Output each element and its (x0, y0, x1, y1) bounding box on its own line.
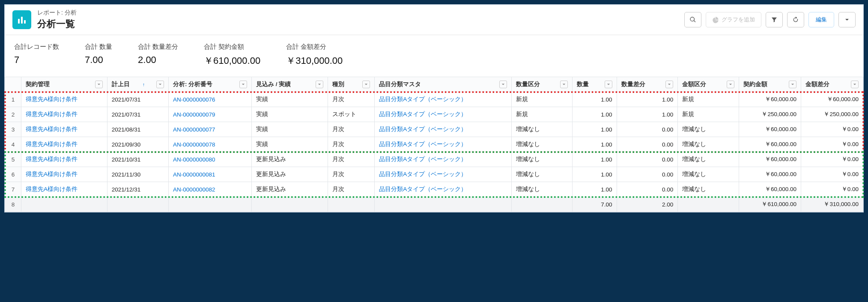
cell-forecast: 実績 (252, 122, 328, 137)
cell-date: 2021/11/30 (107, 167, 168, 182)
cell-amt-class: 新規 (678, 92, 739, 107)
contract-link[interactable]: 得意先A様向け条件 (26, 111, 78, 117)
report-icon (12, 10, 31, 29)
column-filter-button[interactable] (316, 81, 323, 88)
column-filter-button[interactable] (239, 81, 247, 88)
col-amt-class[interactable]: 金額区分 (678, 77, 739, 92)
row-number: 6 (5, 167, 21, 182)
item-master-link[interactable]: 品目分類Aタイプ（ベーシック） (379, 141, 467, 147)
cell-qty-diff: 1.00 (617, 107, 678, 122)
cell-contract: 得意先A様向け条件 (21, 122, 107, 137)
column-filter-button[interactable] (727, 81, 734, 88)
col-qty[interactable]: 数量 (573, 77, 617, 92)
item-master-link[interactable]: 品目分類Aタイプ（ベーシック） (379, 111, 467, 117)
col-amt-diff[interactable]: 金額差分 (801, 77, 863, 92)
cell-contract-amt: ￥60,000.00 (739, 92, 801, 107)
analysis-link[interactable]: AN-0000000080 (173, 156, 215, 163)
table-row: 2得意先A様向け条件2021/07/31AN-0000000079実績スポット品… (5, 107, 863, 122)
cell-amt-diff: ￥60,000.00 (801, 92, 863, 107)
col-label: 見込み / 実績 (256, 81, 291, 88)
table-row: 3得意先A様向け条件2021/08/31AN-0000000077実績月次品目分… (5, 122, 863, 137)
column-filter-button[interactable] (851, 81, 859, 88)
cell-amt-diff: ￥250,000.00 (801, 107, 863, 122)
cell-date: 2021/12/31 (107, 182, 168, 197)
metric-record-count: 合計レコード数 7 (14, 43, 59, 67)
more-button[interactable] (838, 12, 856, 27)
refresh-button[interactable] (787, 12, 804, 27)
analysis-link[interactable]: AN-0000000076 (173, 96, 215, 103)
contract-link[interactable]: 得意先A様向け条件 (26, 141, 78, 147)
search-button[interactable] (684, 12, 701, 27)
col-contract-amt[interactable]: 契約金額 (739, 77, 801, 92)
item-master-link[interactable]: 品目分類Aタイプ（ベーシック） (379, 96, 467, 102)
contract-link[interactable]: 得意先A様向け条件 (26, 171, 78, 177)
col-forecast[interactable]: 見込み / 実績 (252, 77, 328, 92)
col-kind[interactable]: 種別 (328, 77, 375, 92)
cell-qty-diff: 0.00 (617, 167, 678, 182)
contract-link[interactable]: 得意先A様向け条件 (26, 126, 78, 132)
column-filter-button[interactable] (665, 81, 673, 88)
cell-amt-class: 増減なし (678, 122, 739, 137)
cell-amt-class: 増減なし (678, 182, 739, 197)
col-qty-diff[interactable]: 数量差分 (617, 77, 678, 92)
column-filter-button[interactable] (362, 81, 370, 88)
chevron-down-icon (501, 83, 505, 86)
col-analysis-no[interactable]: 分析: 分析番号 (169, 77, 252, 92)
item-master-link[interactable]: 品目分類Aタイプ（ベーシック） (379, 186, 467, 192)
metric-value: 7 (14, 54, 59, 66)
cell-amt-class: 新規 (678, 107, 739, 122)
add-chart-button[interactable]: グラフを追加 (706, 12, 761, 27)
cell-qty-class: 増減なし (511, 182, 573, 197)
filter-button[interactable] (766, 12, 783, 27)
cell-qty-class: 増減なし (511, 152, 573, 167)
col-label: 金額区分 (682, 81, 706, 88)
search-icon (689, 16, 696, 23)
analysis-link[interactable]: AN-0000000081 (173, 171, 215, 178)
col-date[interactable]: 計上日↑ (107, 77, 168, 92)
cell-date: 2021/08/31 (107, 122, 168, 137)
column-filter-button[interactable] (95, 81, 103, 88)
chevron-down-icon (318, 83, 321, 86)
item-master-link[interactable]: 品目分類Aタイプ（ベーシック） (379, 171, 467, 177)
col-label: 数量区分 (516, 81, 540, 88)
analysis-link[interactable]: AN-0000000082 (173, 186, 215, 193)
contract-link[interactable]: 得意先A様向け条件 (26, 96, 78, 102)
column-filter-button[interactable] (156, 81, 164, 88)
contract-link[interactable]: 得意先A様向け条件 (26, 186, 78, 192)
edit-button[interactable]: 編集 (808, 12, 834, 27)
cell-qty-diff: 0.00 (617, 137, 678, 152)
cell-kind: 月次 (328, 182, 375, 197)
cell-qty-diff-total: 2.00 (617, 197, 678, 212)
col-item-master[interactable]: 品目分類マスタ (375, 77, 511, 92)
cell-contract-amt: ￥60,000.00 (739, 167, 801, 182)
summary-metrics: 合計レコード数 7 合計 数量 7.00 合計 数量差分 2.00 合計 契約金… (5, 35, 863, 77)
col-qty-class[interactable]: 数量区分 (511, 77, 573, 92)
cell-analysis-no: AN-0000000076 (169, 92, 252, 107)
column-filter-button[interactable] (789, 81, 796, 88)
chevron-down-icon (791, 83, 794, 86)
column-filter-button[interactable] (560, 81, 568, 88)
cell-date: 2021/07/31 (107, 107, 168, 122)
analysis-link[interactable]: AN-0000000079 (173, 111, 215, 118)
cell-qty-diff: 0.00 (617, 122, 678, 137)
item-master-link[interactable]: 品目分類Aタイプ（ベーシック） (379, 126, 467, 132)
analysis-link[interactable]: AN-0000000078 (173, 141, 215, 148)
contract-link[interactable]: 得意先A様向け条件 (26, 156, 78, 162)
col-label: 数量 (577, 81, 589, 88)
pie-chart-icon (712, 16, 719, 23)
cell-contract-amt-total: ￥610,000.00 (739, 197, 801, 212)
column-filter-button[interactable] (499, 81, 507, 88)
analysis-link[interactable]: AN-0000000077 (173, 126, 215, 133)
metric-amt-diff-total: 合計 金額差分 ￥310,000.00 (286, 43, 343, 67)
cell-item-master: 品目分類Aタイプ（ベーシック） (375, 182, 511, 197)
col-label: 計上日 (112, 81, 130, 88)
cell-kind: 月次 (328, 137, 375, 152)
item-master-link[interactable]: 品目分類Aタイプ（ベーシック） (379, 156, 467, 162)
column-filter-button[interactable] (605, 81, 612, 88)
cell-analysis-no: AN-0000000082 (169, 182, 252, 197)
cell-contract: 得意先A様向け条件 (21, 167, 107, 182)
chevron-down-icon (853, 83, 856, 86)
col-contract[interactable]: 契約管理 (21, 77, 107, 92)
chevron-down-icon (158, 83, 162, 86)
cell-amt-class: 増減なし (678, 167, 739, 182)
